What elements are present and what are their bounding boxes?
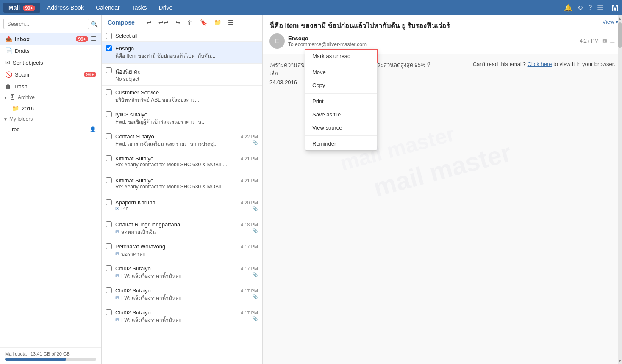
refresh-icon[interactable]: ↻: [578, 4, 583, 12]
sidebar-item-red[interactable]: red 👤: [0, 124, 101, 135]
sidebar: 🔍 📥 Inbox 99+ ☰ 📄 Drafts ✉ Sent objects …: [0, 15, 102, 364]
context-menu-print[interactable]: Print: [305, 95, 377, 108]
sidebar-item-drafts[interactable]: 📄 Drafts: [0, 45, 101, 57]
search-button[interactable]: 🔍: [91, 21, 98, 28]
nav-address-book[interactable]: Address Book: [42, 3, 89, 13]
menu-icon[interactable]: ☰: [597, 4, 603, 12]
app-logo: M: [611, 3, 619, 13]
quota-fill: [5, 358, 66, 361]
archive-chevron-icon: ▼: [3, 95, 8, 100]
nav-icons: 🔔 ↻ ? ☰ M: [564, 3, 619, 13]
watermark: mail master: [370, 138, 514, 203]
right-scrollbar[interactable]: ▲ ▼: [618, 15, 622, 364]
click-here-link[interactable]: Click here: [528, 61, 552, 67]
nav-tasks[interactable]: Tasks: [127, 3, 152, 13]
context-menu-mark-unread[interactable]: Mark as unread: [305, 49, 378, 63]
archive-section[interactable]: ▼ 🗄 Archive: [0, 92, 101, 102]
view-button[interactable]: View ▾: [602, 19, 619, 25]
inbox-icon: 📥: [5, 36, 12, 42]
sidebar-item-2016[interactable]: 📁 2016: [0, 102, 101, 114]
context-menu-save-as-file[interactable]: Save as file: [305, 108, 377, 121]
context-menu-move[interactable]: Move: [305, 66, 377, 79]
reading-time: 4:27 PM: [580, 38, 599, 44]
context-menu: Mark as unread Move Copy Print Save as f…: [305, 49, 377, 151]
sidebar-item-inbox[interactable]: 📥 Inbox 99+ ☰: [0, 33, 101, 45]
search-bar: 🔍: [0, 15, 101, 33]
reading-sender-name: Ensogo: [288, 35, 576, 41]
email-list-panel: Compose ↩ ↩↩ ↪ 🗑 🔖 📁 ☰ Select all Ensogo: [102, 15, 263, 364]
nav-mail[interactable]: Mail 99+: [3, 3, 40, 13]
quota-bar: [5, 358, 96, 361]
notification-icon[interactable]: 🔔: [564, 4, 572, 12]
more-action-icon[interactable]: ☰: [610, 38, 615, 44]
context-menu-view-source[interactable]: View source: [305, 121, 377, 134]
red-folder-icon: 👤: [89, 126, 96, 132]
sent-icon: ✉: [5, 59, 10, 66]
main-layout: 🔍 📥 Inbox 99+ ☰ 📄 Drafts ✉ Sent objects …: [0, 15, 622, 364]
nav-drive[interactable]: Drive: [154, 3, 178, 13]
folder-icon: 📁: [12, 105, 19, 112]
spam-icon: 🚫: [5, 71, 12, 78]
context-menu-divider: [305, 64, 377, 64]
context-menu-copy[interactable]: Copy: [305, 79, 377, 92]
reading-avatar: E: [269, 33, 285, 49]
cant-read-text: Can't read this email? Click here to vie…: [446, 61, 615, 67]
reading-from-info: Ensogo To ecommerce@silver-master.com: [288, 35, 576, 47]
archive-icon: 🗄: [9, 94, 15, 101]
reading-to: To ecommerce@silver-master.com: [288, 41, 576, 47]
sidebar-item-sent[interactable]: ✉ Sent objects: [0, 57, 101, 69]
scroll-thumb[interactable]: [618, 22, 622, 48]
top-navigation: Mail 99+ Address Book Calendar Tasks Dri…: [0, 0, 622, 15]
my-folders-chevron-icon: ▼: [3, 117, 8, 121]
context-menu-overlay[interactable]: Mark as unread Move Copy Print Save as f…: [102, 15, 262, 364]
reading-meta: E Ensogo To ecommerce@silver-master.com …: [269, 33, 615, 49]
context-menu-reminder[interactable]: Reminder: [305, 137, 377, 150]
email-action-icon[interactable]: ✉: [602, 38, 607, 44]
search-input[interactable]: [3, 19, 89, 29]
inbox-menu-icon[interactable]: ☰: [91, 36, 96, 42]
context-menu-divider3: [305, 135, 377, 136]
reading-subject: นี่คือ Item ของสามี ช้อปก่อนแล้วไปหากับด…: [269, 20, 615, 31]
nav-calendar[interactable]: Calendar: [91, 3, 125, 13]
trash-icon: 🗑: [5, 83, 11, 90]
drafts-icon: 📄: [5, 47, 12, 54]
sidebar-item-spam[interactable]: 🚫 Spam 99+: [0, 69, 101, 80]
help-icon[interactable]: ?: [588, 4, 592, 11]
my-folders-section[interactable]: ▼ My folders: [0, 114, 101, 124]
reading-action-icons: ✉ ☰: [602, 38, 615, 44]
quota-section: Mail quota 13.41 GB of 20 GB: [0, 347, 101, 364]
context-menu-divider2: [305, 93, 377, 94]
sidebar-item-trash[interactable]: 🗑 Trash: [0, 80, 101, 92]
quota-label: Mail quota 13.41 GB of 20 GB: [5, 351, 96, 356]
scroll-up-arrow[interactable]: ▲: [618, 15, 622, 22]
scroll-down-arrow[interactable]: ▼: [618, 358, 622, 364]
